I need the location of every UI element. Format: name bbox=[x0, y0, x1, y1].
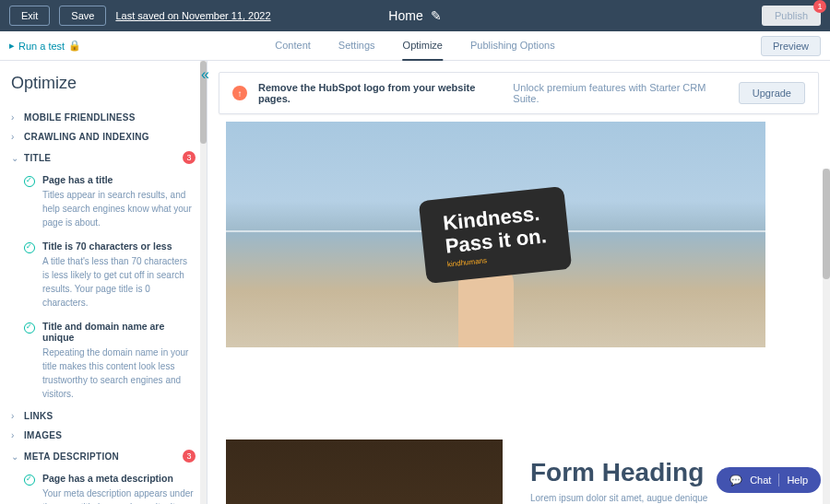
count-badge: 3 bbox=[183, 151, 196, 164]
chat-help-widget[interactable]: 💬 Chat Help bbox=[717, 467, 821, 493]
panel-title: Optimize bbox=[11, 74, 196, 93]
content-area: ↑ Remove the HubSpot logo from your webs… bbox=[208, 61, 830, 504]
page-title: Home bbox=[388, 8, 422, 23]
section-images[interactable]: › IMAGES bbox=[11, 426, 196, 445]
content-scrollbar[interactable] bbox=[823, 169, 830, 504]
preview-button[interactable]: Preview bbox=[761, 36, 821, 56]
sidebar-scrollbar[interactable] bbox=[200, 61, 207, 504]
kindness-card: Kindness. Pass it on. kindhumans bbox=[419, 186, 573, 284]
check-page-has-title: Page has a title Titles appear in search… bbox=[11, 169, 196, 235]
section-mobile[interactable]: › MOBILE FRIENDLINESS bbox=[11, 108, 196, 127]
publish-button[interactable]: Publish 1 bbox=[762, 6, 821, 26]
tab-optimize[interactable]: Optimize bbox=[403, 31, 443, 61]
secondary-image bbox=[226, 440, 503, 504]
last-saved-link[interactable]: Last saved on November 11, 2022 bbox=[115, 10, 270, 21]
chevron-down-icon: ⌄ bbox=[11, 153, 20, 163]
chevron-right-icon: › bbox=[11, 411, 20, 421]
tab-content[interactable]: Content bbox=[275, 31, 311, 61]
check-icon bbox=[24, 242, 35, 253]
banner-bold: Remove the HubSpot logo from your websit… bbox=[258, 82, 502, 104]
chevron-down-icon: ⌄ bbox=[11, 451, 20, 462]
check-icon bbox=[24, 322, 35, 334]
publish-badge: 1 bbox=[813, 0, 826, 13]
chevron-right-icon: › bbox=[11, 112, 20, 123]
section-title[interactable]: ⌄ TITLE 3 bbox=[11, 147, 196, 169]
check-title-unique: Title and domain name are unique Repeati… bbox=[11, 315, 196, 406]
check-icon bbox=[24, 475, 35, 486]
optimize-sidebar: Optimize › MOBILE FRIENDLINESS › CRAWLIN… bbox=[0, 61, 208, 504]
tab-settings[interactable]: Settings bbox=[338, 31, 375, 61]
edit-title-icon[interactable]: ✎ bbox=[431, 8, 442, 23]
chevron-right-icon: › bbox=[11, 132, 20, 142]
collapse-sidebar-icon[interactable]: « bbox=[201, 66, 218, 83]
check-icon bbox=[24, 176, 35, 187]
exit-button[interactable]: Exit bbox=[9, 6, 50, 26]
hero-image: Kindness. Pass it on. kindhumans bbox=[226, 122, 765, 347]
form-subtext: Lorem ipsum dolor sit amet, augue deniqu… bbox=[530, 493, 812, 503]
lock-icon: 🔒 bbox=[68, 40, 81, 52]
section-crawling[interactable]: › CRAWLING AND INDEXING bbox=[11, 127, 196, 147]
check-title-length: Title is 70 characters or less A title t… bbox=[11, 235, 196, 315]
banner-sub: Unlock premium features with Starter CRM… bbox=[513, 82, 727, 104]
upgrade-button[interactable]: Upgrade bbox=[739, 82, 805, 104]
section-meta[interactable]: ⌄ META DESCRIPTION 3 bbox=[11, 445, 196, 467]
chat-icon: 💬 bbox=[729, 475, 742, 486]
page-preview[interactable]: Kindness. Pass it on. kindhumans Form He… bbox=[226, 122, 812, 504]
section-links[interactable]: › LINKS bbox=[11, 406, 196, 426]
check-has-meta: Page has a meta description Your meta de… bbox=[11, 467, 196, 504]
run-test-link[interactable]: ▸ Run a test 🔒 bbox=[9, 40, 81, 52]
count-badge: 3 bbox=[183, 450, 196, 463]
tab-publishing[interactable]: Publishing Options bbox=[470, 31, 555, 61]
save-button[interactable]: Save bbox=[59, 6, 106, 26]
upgrade-banner: ↑ Remove the HubSpot logo from your webs… bbox=[219, 72, 819, 114]
chevron-right-icon: › bbox=[11, 430, 20, 440]
arrow-up-icon: ↑ bbox=[232, 86, 247, 100]
